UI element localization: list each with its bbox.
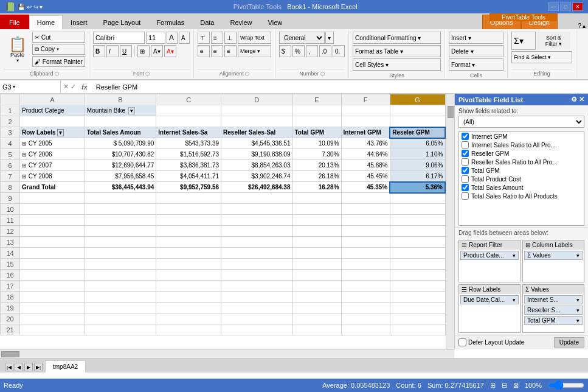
autosum-btn[interactable]: Σ▾ bbox=[511, 32, 536, 50]
cell-a4[interactable]: ⊞ CY 2005 bbox=[20, 138, 85, 149]
col-header-b[interactable]: B bbox=[85, 94, 156, 105]
pivot-col-dropdown-icon[interactable]: ▾ bbox=[576, 253, 579, 259]
name-box-arrow[interactable]: ▾ bbox=[13, 84, 15, 89]
tab-review[interactable]: Review bbox=[222, 15, 260, 29]
cell-a7[interactable]: ⊞ CY 2008 bbox=[20, 171, 85, 182]
pivot-filter-dropdown-icon[interactable]: ▾ bbox=[513, 253, 516, 259]
cell-d3[interactable]: Reseller Sales-Sal bbox=[221, 127, 292, 138]
cell-f5[interactable]: 44.84% bbox=[341, 149, 390, 160]
col-header-a[interactable]: A bbox=[20, 94, 85, 105]
col-header-d[interactable]: D bbox=[221, 94, 292, 105]
cell-b4[interactable]: $ 5,090,709.90 bbox=[85, 138, 156, 149]
horizontal-scrollbar[interactable] bbox=[0, 349, 454, 358]
expand-5[interactable]: ⊞ bbox=[22, 152, 27, 158]
number-expand-icon[interactable]: ⬡ bbox=[320, 71, 325, 77]
cell-g4[interactable]: 6.05% bbox=[390, 138, 445, 149]
pivot-val-dropdown-total[interactable]: ▾ bbox=[576, 318, 579, 324]
cell-e4[interactable]: 10.09% bbox=[292, 138, 341, 149]
sheet-nav-next[interactable]: ▶ bbox=[24, 363, 33, 371]
pivot-field-list[interactable]: Internet GPM Internet Sales Ratio to All… bbox=[458, 131, 584, 226]
pivot-col-item-values[interactable]: Σ Values ▾ bbox=[524, 251, 583, 260]
cell-a3[interactable]: Row Labels ▾ bbox=[20, 127, 85, 138]
tab-insert[interactable]: Insert bbox=[63, 15, 95, 29]
col-header-e[interactable]: E bbox=[292, 94, 341, 105]
defer-checkbox[interactable] bbox=[458, 338, 466, 346]
view-layout-icon[interactable]: ⊟ bbox=[502, 382, 507, 390]
h-scroll-thumb[interactable] bbox=[1, 351, 19, 357]
cell-e5[interactable]: 7.30% bbox=[292, 149, 341, 160]
field-check-total-product-cost[interactable] bbox=[462, 175, 469, 183]
field-check-internet-sales-ratio[interactable] bbox=[462, 141, 469, 149]
font-inc-btn[interactable]: A bbox=[167, 32, 178, 44]
cell-c8[interactable]: $9,952,759.56 bbox=[156, 182, 221, 193]
pivot-row-dropdown-icon[interactable]: ▾ bbox=[513, 297, 516, 303]
cell-a8[interactable]: Grand Total bbox=[20, 182, 85, 193]
cell-d2[interactable] bbox=[221, 116, 292, 127]
help-btn[interactable]: ? bbox=[578, 23, 581, 29]
field-item-total-gpm[interactable]: Total GPM bbox=[459, 166, 584, 175]
pivot-panel-settings-icon[interactable]: ⚙ bbox=[571, 96, 577, 103]
confirm-formula-icon[interactable]: ✓ bbox=[71, 83, 76, 91]
cell-e6[interactable]: 20.13% bbox=[292, 160, 341, 171]
fill-color-btn[interactable]: A▾ bbox=[151, 45, 163, 57]
cell-g1[interactable] bbox=[390, 105, 445, 116]
clipboard-expand-icon[interactable]: ⬡ bbox=[55, 71, 59, 77]
ribbon-collapse-btn[interactable]: ▴ bbox=[583, 23, 586, 29]
cell-d6[interactable]: $8,854,263.03 bbox=[221, 160, 292, 171]
cell-e2[interactable] bbox=[292, 116, 341, 127]
cell-b7[interactable]: $7,956,658.45 bbox=[85, 171, 156, 182]
scroll-thumb[interactable] bbox=[448, 106, 454, 118]
cell-b1[interactable]: Mountain Bike ▾ bbox=[85, 105, 156, 116]
dec-inc-btn[interactable]: .0 bbox=[319, 45, 331, 57]
row-labels-filter[interactable]: ▾ bbox=[57, 129, 64, 136]
field-item-reseller-gpm[interactable]: Reseller GPM bbox=[459, 149, 584, 158]
cell-g5[interactable]: 1.10% bbox=[390, 149, 445, 160]
expand-6[interactable]: ⊞ bbox=[22, 163, 27, 169]
field-item-reseller-sales-ratio[interactable]: Reseller Sales Ratio to All Pro... bbox=[459, 158, 584, 166]
ribbon-controls[interactable]: ? ▴ bbox=[558, 23, 588, 29]
field-check-total-sales[interactable] bbox=[462, 184, 469, 191]
cell-c3[interactable]: Internet Sales-Sa bbox=[156, 127, 221, 138]
pivot-val-item-reseller[interactable]: Reseller S... ▾ bbox=[524, 306, 583, 315]
cut-btn[interactable]: ✂ Cut bbox=[32, 32, 85, 43]
italic-btn[interactable]: I bbox=[106, 45, 119, 57]
cell-f1[interactable] bbox=[341, 105, 390, 116]
cell-e1[interactable] bbox=[292, 105, 341, 116]
cell-b2[interactable] bbox=[85, 116, 156, 127]
function-icon[interactable]: fx bbox=[78, 83, 91, 91]
align-top-btn[interactable]: ⊤ bbox=[198, 32, 210, 44]
border-btn[interactable]: ⊞ bbox=[137, 45, 150, 57]
copy-btn[interactable]: ⧉ Copy ▾ bbox=[32, 44, 85, 55]
format-btn[interactable]: Format ▾ bbox=[449, 58, 503, 71]
close-btn[interactable]: ✕ bbox=[572, 2, 583, 11]
cell-f7[interactable]: 45.45% bbox=[341, 171, 390, 182]
sheet-nav[interactable]: |◀ ◀ ▶ ▶| bbox=[2, 362, 45, 373]
cell-b6[interactable]: $12,690,644.77 bbox=[85, 160, 156, 171]
format-painter-btn[interactable]: 🖌 Format Painter bbox=[32, 56, 85, 67]
col-header-f[interactable]: F bbox=[341, 94, 390, 105]
delete-btn[interactable]: Delete ▾ bbox=[449, 45, 503, 57]
sheet-nav-last[interactable]: ▶| bbox=[34, 363, 43, 371]
pivot-filter-item-product[interactable]: Product Cate... ▾ bbox=[460, 251, 519, 260]
col-header-g[interactable]: G bbox=[390, 94, 445, 105]
dec-dec-btn[interactable]: 0. bbox=[333, 45, 345, 57]
tab-file[interactable]: File bbox=[0, 15, 29, 29]
cell-e7[interactable]: 26.18% bbox=[292, 171, 341, 182]
align-bottom-btn[interactable]: ⊥ bbox=[224, 32, 237, 44]
font-expand-icon[interactable]: ⬡ bbox=[145, 71, 150, 77]
align-middle-btn[interactable]: ≡ bbox=[211, 32, 223, 44]
cell-f4[interactable]: 43.76% bbox=[341, 138, 390, 149]
percent-btn[interactable]: % bbox=[292, 45, 305, 57]
cell-f3[interactable]: Internet GPM bbox=[341, 127, 390, 138]
tab-home[interactable]: Home bbox=[29, 15, 63, 30]
field-item-total-product-cost[interactable]: Total Product Cost bbox=[459, 175, 584, 183]
cell-c1[interactable] bbox=[156, 105, 221, 116]
bold-btn[interactable]: B bbox=[93, 45, 105, 57]
cell-b5[interactable]: $10,707,430.82 bbox=[85, 149, 156, 160]
field-item-total-sales[interactable]: Total Sales Amount bbox=[459, 183, 584, 192]
number-expand-arrow[interactable]: ▾ bbox=[325, 32, 334, 44]
expand-4[interactable]: ⊞ bbox=[22, 141, 27, 147]
expand-7[interactable]: ⊞ bbox=[22, 173, 27, 180]
cell-c6[interactable]: $3,836,381.73 bbox=[156, 160, 221, 171]
cell-d7[interactable]: $3,902,246.74 bbox=[221, 171, 292, 182]
